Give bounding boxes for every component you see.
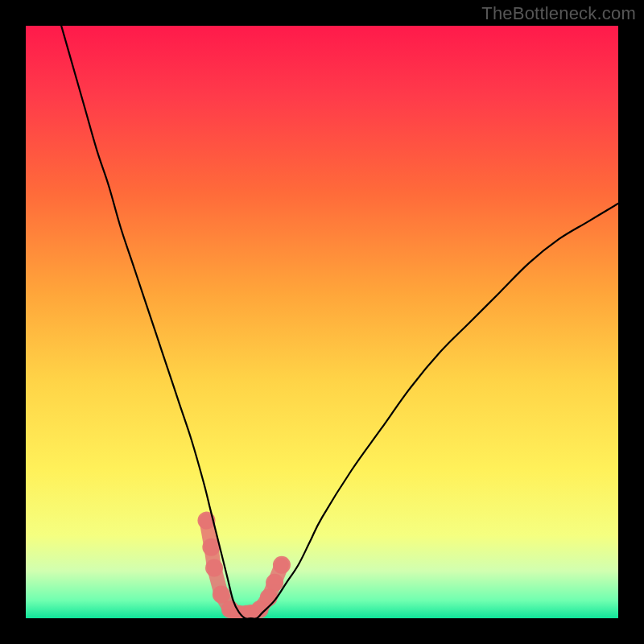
- marker-dot: [266, 574, 283, 592]
- watermark-text: TheBottleneck.com: [481, 3, 636, 24]
- plot-area: [26, 26, 618, 618]
- marker-dot: [205, 559, 223, 576]
- main-curve-path: [61, 26, 618, 618]
- chart-curves: [26, 26, 618, 618]
- chart-frame: TheBottleneck.com: [0, 0, 644, 644]
- marker-dot: [273, 556, 291, 574]
- marker-dot: [213, 586, 230, 604]
